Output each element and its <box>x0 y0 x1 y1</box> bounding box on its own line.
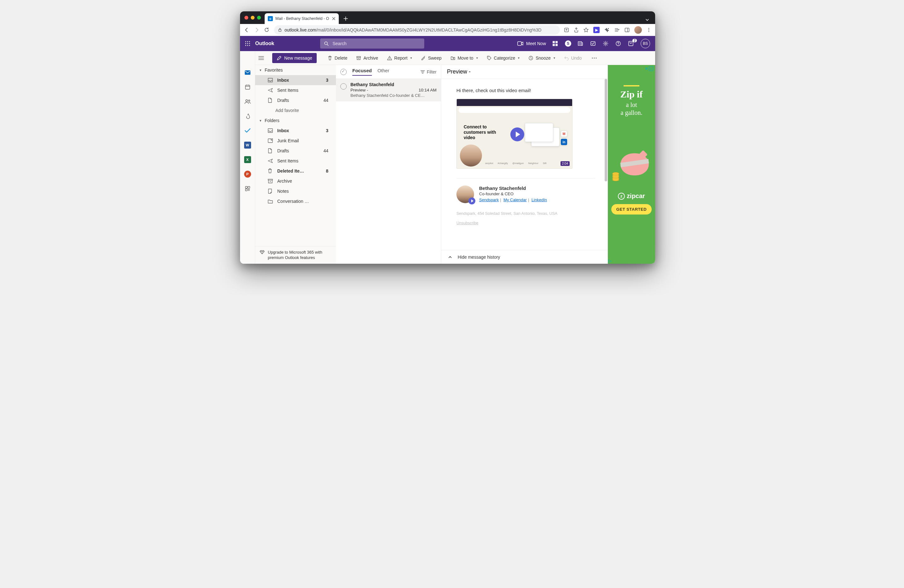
account-avatar[interactable]: BS <box>641 39 650 48</box>
video-thumbnail[interactable]: Connect to customers with video in M ser… <box>457 99 572 169</box>
play-icon[interactable] <box>510 128 524 141</box>
folder-item-deleted-ite-[interactable]: Deleted Ite…8 <box>255 166 336 176</box>
folder-item-sent-items[interactable]: Sent Items <box>255 85 336 95</box>
minimize-window-icon[interactable] <box>251 16 254 19</box>
focused-tab[interactable]: Focused <box>352 68 372 76</box>
svg-rect-0 <box>279 30 281 32</box>
folder-item-drafts[interactable]: Drafts44 <box>255 146 336 156</box>
signature-link-linkedin[interactable]: LinkedIn <box>531 198 547 202</box>
categorize-button[interactable]: Categorize▾ <box>483 53 524 63</box>
svg-point-12 <box>249 43 250 44</box>
add-favorite-link[interactable]: Add favorite <box>255 105 336 115</box>
filter-button[interactable]: Filter <box>420 70 436 74</box>
excel-rail-icon[interactable]: X <box>243 155 253 165</box>
word-rail-icon[interactable]: W <box>243 140 253 150</box>
back-icon[interactable] <box>244 27 250 33</box>
folder-item-sent-items[interactable]: Sent Items <box>255 156 336 166</box>
calendar-rail-icon[interactable] <box>243 82 253 92</box>
move-to-button[interactable]: Move to▾ <box>447 53 482 63</box>
profile-avatar[interactable] <box>634 26 642 34</box>
ad-cta-button[interactable]: GET STARTED <box>611 204 652 215</box>
message-preview: Bethany Stachenfeld Co-founder & CE… <box>351 93 436 98</box>
new-message-button[interactable]: New message <box>272 53 317 63</box>
ad-close-icon[interactable]: ✕ <box>645 66 648 71</box>
archive-button[interactable]: Archive <box>352 53 382 63</box>
teams-icon[interactable] <box>552 41 559 46</box>
svg-point-44 <box>594 57 595 58</box>
signature-link-sendspark[interactable]: Sendspark <box>479 198 499 202</box>
media-control-icon[interactable] <box>614 27 620 33</box>
browser-actions: ▶ <box>564 26 651 34</box>
close-window-icon[interactable] <box>245 16 248 19</box>
folder-item-junk-email[interactable]: Junk Email <box>255 136 336 146</box>
close-tab-icon[interactable] <box>332 17 336 21</box>
search-box[interactable] <box>320 38 424 49</box>
news-icon[interactable] <box>578 41 584 46</box>
folder-item-conversation-[interactable]: Conversation … <box>255 196 336 206</box>
share-icon[interactable] <box>574 27 579 33</box>
other-tab[interactable]: Other <box>378 68 390 76</box>
chrome-menu-icon[interactable] <box>646 27 651 33</box>
reading-pane: Preview - Hi there, check out this video… <box>441 65 608 264</box>
main-area: W X P ▾Favorites Inbox3Sent ItemsDrafts4… <box>240 65 655 264</box>
sweep-button[interactable]: Sweep <box>417 53 446 63</box>
folder-item-drafts[interactable]: Drafts44 <box>255 95 336 105</box>
notifications-icon[interactable]: 2 <box>628 41 634 46</box>
people-rail-icon[interactable] <box>243 96 253 107</box>
signature-link-calendar[interactable]: My Calendar <box>503 198 527 202</box>
maximize-window-icon[interactable] <box>257 16 261 19</box>
adchoices-icon[interactable]: ▷ <box>649 66 653 71</box>
todo-rail-icon[interactable] <box>243 126 253 136</box>
chevron-down-icon: ▾ <box>476 56 478 60</box>
forward-icon[interactable] <box>254 27 260 33</box>
adchoices-footer-icon[interactable]: ▷ <box>608 258 612 263</box>
meet-now-button[interactable]: Meet Now <box>517 41 546 46</box>
extensions-puzzle-icon[interactable] <box>604 27 610 33</box>
folder-item-notes[interactable]: Notes <box>255 186 336 196</box>
chevron-down-icon: ▾ <box>259 119 261 123</box>
svg-point-52 <box>248 100 250 101</box>
files-rail-icon[interactable] <box>243 111 253 121</box>
sidepanel-icon[interactable] <box>624 27 630 33</box>
outlook-brand[interactable]: Outlook <box>255 41 274 46</box>
more-apps-rail-icon[interactable] <box>243 183 253 194</box>
hide-history-button[interactable]: Hide message history <box>441 250 608 264</box>
folder-item-archive[interactable]: Archive <box>255 176 336 186</box>
snooze-button[interactable]: Snooze▾ <box>525 53 559 63</box>
scrollbar[interactable] <box>604 79 608 250</box>
select-all-checkbox[interactable] <box>340 69 347 75</box>
settings-gear-icon[interactable] <box>603 41 609 46</box>
reload-icon[interactable] <box>264 27 270 33</box>
unsubscribe-link[interactable]: Unsubscribe <box>457 221 595 225</box>
svg-point-7 <box>245 41 247 42</box>
todo-icon[interactable] <box>590 41 596 46</box>
extension-icon[interactable]: ▶ <box>593 27 600 33</box>
app-launcher-icon[interactable] <box>245 41 250 46</box>
install-app-icon[interactable] <box>564 27 569 33</box>
folders-section[interactable]: ▾Folders <box>255 115 336 126</box>
more-actions-button[interactable] <box>588 53 601 63</box>
folder-item-inbox[interactable]: Inbox3 <box>255 126 336 136</box>
new-tab-button[interactable] <box>341 14 350 23</box>
signature-name: Bethany Stachenfeld <box>479 185 547 191</box>
address-bar[interactable]: outlook.live.com/mail/0/inbox/id/AQQkADA… <box>274 25 560 35</box>
report-button[interactable]: Report▾ <box>383 53 416 63</box>
search-input[interactable] <box>332 41 420 46</box>
delete-button[interactable]: Delete <box>324 53 351 63</box>
folder-item-inbox[interactable]: Inbox3 <box>255 75 336 85</box>
mail-rail-icon[interactable] <box>243 68 253 77</box>
tabs-dropdown-icon[interactable] <box>642 18 653 24</box>
favorites-section[interactable]: ▾Favorites <box>255 65 336 75</box>
hamburger-icon[interactable] <box>258 56 271 60</box>
select-message-checkbox[interactable] <box>340 83 347 90</box>
message-item[interactable]: Bethany Stachenfeld Preview - 10:14 AM B… <box>336 79 441 101</box>
browser-tab[interactable]: o Mail - Bethany Stachenfeld - O <box>265 13 339 24</box>
skype-icon[interactable]: S <box>565 40 571 47</box>
undo-button[interactable]: Undo <box>560 53 585 63</box>
ad-panel[interactable]: ✕ ▷ Zip if a lot a gallon. zzipcar GET S… <box>608 65 655 264</box>
help-icon[interactable] <box>615 41 622 46</box>
bookmark-star-icon[interactable] <box>583 27 589 33</box>
powerpoint-rail-icon[interactable]: P <box>243 169 253 179</box>
upgrade-upsell[interactable]: Upgrade to Microsoft 365 with premium Ou… <box>255 246 336 264</box>
email-signature: Bethany Stachenfeld Co-founder & CEO Sen… <box>457 178 595 203</box>
